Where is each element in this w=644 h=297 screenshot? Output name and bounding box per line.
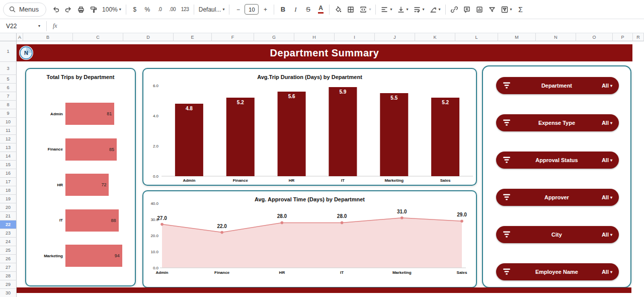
column-header-C[interactable]: C	[73, 33, 123, 41]
row-header-24[interactable]: 24	[0, 238, 17, 246]
print-button[interactable]	[75, 3, 87, 16]
currency-format-button[interactable]: $	[129, 3, 141, 16]
column-header-G[interactable]: G	[254, 33, 294, 41]
column-header-R[interactable]: R	[633, 33, 644, 41]
x-category-label: HR	[279, 270, 285, 275]
point-value-label: 31.0	[397, 209, 407, 214]
text-rotation-button[interactable]: ▾	[427, 3, 443, 16]
slicer-approval-status[interactable]: Approval StatusAll ▾	[496, 152, 619, 169]
row-header-9[interactable]: 9	[0, 109, 17, 118]
row-header-1[interactable]: 1	[0, 41, 17, 62]
slicer-expense-type[interactable]: Expense TypeAll ▾	[496, 114, 619, 131]
row-header-25[interactable]: 25	[0, 246, 17, 255]
strikethrough-button[interactable]: S	[302, 3, 314, 16]
row-header-18[interactable]: 18	[0, 186, 17, 195]
slicer-value-dropdown[interactable]: All ▾	[602, 269, 612, 275]
bold-button[interactable]: B	[277, 3, 289, 16]
row-header-13[interactable]: 13	[0, 143, 17, 152]
insert-link-button[interactable]	[448, 3, 460, 16]
slicer-value-dropdown[interactable]: All ▾	[602, 232, 612, 238]
slicer-employee-name[interactable]: Employee NameAll ▾	[496, 263, 619, 280]
row-header-7[interactable]: 7	[0, 92, 17, 101]
borders-button[interactable]	[345, 3, 357, 16]
row-header-10[interactable]: 10	[0, 118, 17, 126]
increase-font-size-button[interactable]: +	[259, 3, 271, 16]
slicer-value-dropdown[interactable]: All ▾	[602, 83, 612, 89]
functions-button[interactable]: Σ	[515, 3, 527, 16]
slicer-label: Expense Type	[512, 120, 602, 126]
row-header-28[interactable]: 28	[0, 272, 17, 280]
column-header-I[interactable]: I	[335, 33, 375, 41]
column-header-H[interactable]: H	[294, 33, 335, 41]
x-category-label: Sales	[457, 270, 467, 275]
font-size-input[interactable]	[245, 4, 259, 15]
row-header-14[interactable]: 14	[0, 152, 17, 161]
slicer-value-dropdown[interactable]: All ▾	[602, 157, 612, 163]
column-header-P[interactable]: P	[613, 33, 633, 41]
row-header-11[interactable]: 11	[0, 126, 17, 135]
formula-bar: V22 ▾ fx	[0, 19, 644, 33]
italic-button[interactable]: I	[289, 3, 301, 16]
row-header-21[interactable]: 21	[0, 212, 17, 220]
fill-color-button[interactable]	[332, 3, 344, 16]
row-header-6[interactable]: 6	[0, 84, 17, 92]
row-header-15[interactable]: 15	[0, 161, 17, 169]
row-header-17[interactable]: 17	[0, 178, 17, 186]
slicer-value-dropdown[interactable]: All ▾	[602, 194, 612, 200]
decrease-decimal-button[interactable]: .0	[154, 3, 166, 16]
row-header-23[interactable]: 23	[0, 229, 17, 238]
create-filter-button[interactable]	[486, 3, 498, 16]
font-select[interactable]: Defaul... ▾	[197, 3, 227, 16]
toolbar-divider	[229, 5, 229, 15]
row-header-29[interactable]: 29	[0, 280, 17, 289]
paint-format-button[interactable]	[88, 3, 100, 16]
x-category-label: IT	[341, 178, 345, 183]
insert-chart-button[interactable]	[473, 3, 486, 16]
column-header-M[interactable]: M	[498, 33, 536, 41]
chart-icon	[475, 6, 484, 14]
zoom-select[interactable]: 100% ▾	[100, 3, 123, 16]
more-formats-button[interactable]: 123	[179, 3, 191, 16]
row-header-16[interactable]: 16	[0, 169, 17, 178]
menus-button[interactable]: Menus	[3, 3, 46, 17]
vertical-align-button[interactable]: ▾	[395, 3, 411, 16]
column-header-A[interactable]: A	[17, 33, 23, 41]
name-box[interactable]: V22 ▾	[0, 23, 44, 30]
row-header-22[interactable]: 22	[0, 220, 17, 229]
text-wrap-button[interactable]: ▾	[411, 3, 427, 16]
row-header-20[interactable]: 20	[0, 203, 17, 212]
text-color-button[interactable]: A	[314, 3, 327, 16]
slicer-approver[interactable]: ApproverAll ▾	[496, 189, 619, 206]
formula-input[interactable]	[62, 19, 644, 33]
decrease-font-size-button[interactable]: −	[232, 3, 244, 16]
percent-format-button[interactable]: %	[141, 3, 153, 16]
increase-decimal-button[interactable]: .00	[167, 3, 179, 16]
column-header-N[interactable]: N	[536, 33, 576, 41]
merge-cells-button[interactable]: ▾	[357, 3, 373, 16]
row-header-26[interactable]: 26	[0, 255, 17, 263]
slicer-city[interactable]: CityAll ▾	[496, 226, 619, 243]
undo-button[interactable]	[50, 3, 62, 16]
row-header-27[interactable]: 27	[0, 263, 17, 272]
column-header-B[interactable]: B	[23, 33, 73, 41]
insert-comment-button[interactable]	[461, 3, 473, 16]
column-header-D[interactable]: D	[123, 33, 174, 41]
column-header-E[interactable]: E	[174, 33, 212, 41]
row-header-30[interactable]: 30	[0, 289, 17, 297]
slicer-department[interactable]: DepartmentAll ▾	[496, 77, 619, 94]
column-header-L[interactable]: L	[455, 33, 498, 41]
horizontal-align-button[interactable]: ▾	[378, 3, 394, 16]
column-header-J[interactable]: J	[375, 33, 415, 41]
row-header-5[interactable]: 5	[0, 75, 17, 84]
filter-views-button[interactable]: ▾	[499, 3, 514, 16]
column-header-F[interactable]: F	[212, 33, 254, 41]
row-header-8[interactable]: 8	[0, 101, 17, 109]
redo-button[interactable]	[62, 3, 74, 16]
row-header-19[interactable]: 19	[0, 195, 17, 203]
row-header-12[interactable]: 12	[0, 135, 17, 143]
row-header-3[interactable]: 3	[0, 62, 17, 75]
column-header-O[interactable]: O	[576, 33, 613, 41]
slicer-value-dropdown[interactable]: All ▾	[602, 120, 612, 126]
select-all-corner[interactable]	[0, 33, 17, 41]
column-header-K[interactable]: K	[415, 33, 455, 41]
